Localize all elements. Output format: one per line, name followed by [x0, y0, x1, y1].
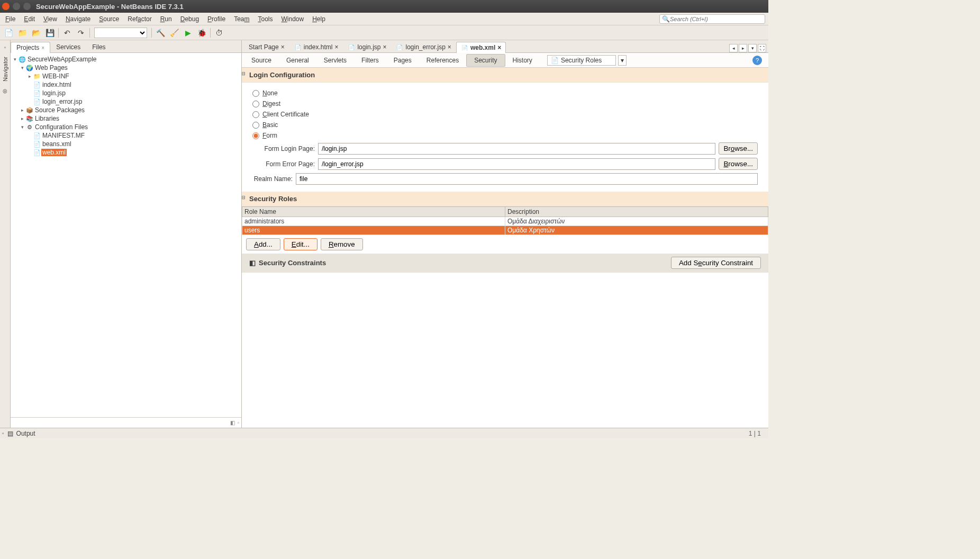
debug-button[interactable]: 🐞: [195, 26, 208, 39]
browse-login-button[interactable]: Browse...: [719, 142, 758, 155]
menu-tools[interactable]: Tools: [253, 14, 277, 24]
tree-source-packages[interactable]: Source Packages: [34, 106, 86, 114]
menu-view[interactable]: View: [39, 14, 61, 24]
tree-login-jsp[interactable]: login.jsp: [41, 89, 67, 97]
show-tabs-button[interactable]: ▾: [748, 44, 757, 52]
config-combo[interactable]: [94, 28, 147, 38]
close-icon[interactable]: ×: [448, 43, 451, 51]
security-roles-table[interactable]: Role Name Description administrators Ομά…: [242, 206, 768, 235]
tab-files[interactable]: Files: [86, 41, 111, 52]
collapse-button[interactable]: ⊟: [242, 195, 247, 200]
table-row[interactable]: users Ομάδα Χρηστών: [242, 226, 768, 235]
build-button[interactable]: 🔨: [154, 26, 167, 39]
radio-basic[interactable]: [252, 122, 259, 129]
subtab-source[interactable]: Source: [244, 55, 279, 66]
tab-services[interactable]: Services: [50, 41, 86, 52]
help-button[interactable]: ?: [752, 56, 762, 65]
close-icon[interactable]: ×: [41, 45, 44, 51]
editor-tab-start-page[interactable]: Start Page×: [244, 41, 289, 52]
tree-manifest[interactable]: MANIFEST.MF: [41, 132, 86, 139]
open-project-button[interactable]: 📂: [30, 26, 42, 39]
minimize-icon[interactable]: ▫: [4, 44, 6, 50]
menu-file[interactable]: File: [1, 14, 20, 24]
window-close-button[interactable]: [2, 3, 10, 10]
navigator-gutter-label[interactable]: Navigator: [2, 55, 8, 84]
navigator-gutter-icon[interactable]: ◎: [3, 88, 7, 94]
save-all-button[interactable]: 💾: [43, 26, 56, 39]
subtab-pages[interactable]: Pages: [386, 55, 419, 66]
menu-refactor[interactable]: Refactor: [123, 14, 156, 24]
editor-tab-index-html[interactable]: 📄index.html×: [289, 41, 343, 52]
editor-tab-login-error-jsp[interactable]: 📄login_error.jsp×: [391, 41, 456, 52]
window-maximize-button[interactable]: [23, 3, 31, 10]
redo-button[interactable]: ↷: [75, 26, 87, 39]
subtab-servlets[interactable]: Servlets: [316, 55, 354, 66]
radio-form[interactable]: [252, 132, 259, 139]
menu-navigate[interactable]: Navigate: [61, 14, 95, 24]
profile-button[interactable]: ⏱: [213, 26, 225, 39]
subtab-history[interactable]: History: [505, 55, 540, 66]
section-combo-arrow[interactable]: ▾: [618, 55, 627, 66]
add-constraint-button[interactable]: Add Security Constraint: [671, 257, 761, 269]
maximize-editor-button[interactable]: ⛶: [758, 44, 766, 52]
tree-config-files[interactable]: Configuration Files: [34, 123, 89, 131]
editor-tab-login-jsp[interactable]: 📄login.jsp×: [343, 41, 391, 52]
scroll-right-button[interactable]: ▸: [739, 44, 747, 52]
project-tree[interactable]: ▾🌐SecureWebAppExample ▾🌍Web Pages ▸📁WEB-…: [11, 53, 241, 417]
window-minimize-button[interactable]: [13, 3, 20, 10]
remove-role-button[interactable]: Remove: [321, 238, 363, 250]
new-project-button[interactable]: 📁: [16, 26, 29, 39]
menu-team[interactable]: Team: [230, 14, 253, 24]
subtab-security[interactable]: Security: [466, 54, 505, 67]
tree-web-pages[interactable]: Web Pages: [34, 64, 69, 71]
close-icon[interactable]: ×: [497, 44, 501, 51]
close-icon[interactable]: ×: [334, 43, 338, 51]
menu-debug[interactable]: Debug: [176, 14, 203, 24]
output-label[interactable]: Output: [16, 430, 35, 437]
tab-projects[interactable]: Projects ×: [11, 42, 50, 53]
form-login-input[interactable]: [318, 143, 715, 155]
realm-input[interactable]: [296, 173, 758, 185]
panel-tool-icon[interactable]: ◧: [230, 420, 235, 426]
tree-project[interactable]: SecureWebAppExample: [26, 56, 98, 63]
scroll-left-button[interactable]: ◂: [729, 44, 738, 52]
quick-search[interactable]: 🔍: [659, 14, 765, 24]
collapse-button[interactable]: ⊟: [242, 71, 247, 76]
minimize-icon[interactable]: ▫: [2, 430, 4, 436]
search-input[interactable]: [670, 16, 763, 22]
tree-web-xml[interactable]: web.xml: [41, 149, 67, 156]
radio-none[interactable]: [252, 90, 259, 97]
col-description[interactable]: Description: [505, 207, 768, 217]
table-row[interactable]: administrators Ομάδα Διαχειριστών: [242, 217, 768, 226]
menu-window[interactable]: Window: [277, 14, 308, 24]
add-role-button[interactable]: Add...: [246, 238, 280, 250]
tree-libraries[interactable]: Libraries: [34, 115, 60, 122]
col-role-name[interactable]: Role Name: [242, 207, 505, 217]
section-combo[interactable]: 📄Security Roles: [547, 55, 616, 66]
subtab-general[interactable]: General: [279, 55, 316, 66]
edit-role-button[interactable]: Edit...: [284, 238, 317, 250]
menu-edit[interactable]: Edit: [20, 14, 39, 24]
close-icon[interactable]: ×: [383, 43, 386, 51]
menu-help[interactable]: Help: [308, 14, 330, 24]
editor-tab-web-xml[interactable]: 📄web.xml×: [456, 42, 506, 53]
tree-web-inf[interactable]: WEB-INF: [41, 73, 70, 80]
radio-digest[interactable]: [252, 101, 259, 107]
radio-client-cert[interactable]: [252, 111, 259, 118]
menu-profile[interactable]: Profile: [203, 14, 230, 24]
tree-beans[interactable]: beans.xml: [41, 140, 72, 148]
subtab-references[interactable]: References: [419, 55, 466, 66]
subtab-filters[interactable]: Filters: [354, 55, 386, 66]
tree-index-html[interactable]: index.html: [41, 81, 72, 88]
tree-login-error-jsp[interactable]: login_error.jsp: [41, 98, 83, 105]
new-file-button[interactable]: 📄: [2, 26, 15, 39]
menu-source[interactable]: Source: [95, 14, 123, 24]
panel-tool-icon[interactable]: ▫: [237, 420, 239, 426]
form-error-input[interactable]: [318, 158, 715, 170]
close-icon[interactable]: ×: [281, 43, 285, 51]
clean-build-button[interactable]: 🧹: [168, 26, 180, 39]
menu-run[interactable]: Run: [156, 14, 176, 24]
run-button[interactable]: ▶: [182, 26, 194, 39]
undo-button[interactable]: ↶: [61, 26, 74, 39]
browse-error-button[interactable]: Browse...: [719, 158, 758, 170]
